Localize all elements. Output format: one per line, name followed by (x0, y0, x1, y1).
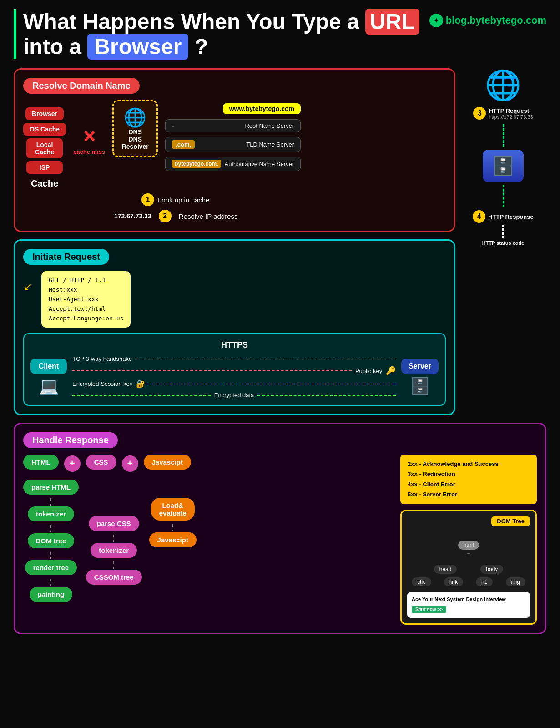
computer-icon: 💻 (39, 377, 59, 396)
cache-main-label: Cache (31, 178, 58, 189)
step2-text: Resolve IP address (179, 212, 238, 220)
conn7 (172, 524, 173, 531)
js-pipeline: Load&evaluate Javascipt (149, 498, 197, 605)
resolve-inner: Browser OS Cache LocalCache ISP Cache ✕ … (23, 100, 446, 189)
dom-img-node: img (506, 577, 525, 586)
browser-cache: Browser (25, 107, 64, 120)
tree-conn1: ⌒ (407, 552, 530, 562)
resolve-section-title: Resolve Domain Name (23, 78, 140, 94)
auth-badge: bytebytego.com. (172, 160, 221, 168)
title-section: What Happens When You Type a URL into a … (14, 9, 546, 59)
css-item: CSS (86, 455, 116, 470)
encrypted-data-line: Encrypted data (72, 392, 396, 399)
parse-html: parse HTML (23, 480, 79, 495)
conn4 (50, 579, 51, 586)
js-item: Javascipt (144, 455, 191, 470)
status-codes-box: 2xx - Acknowledge and Success 3xx - Redi… (400, 455, 537, 504)
right-server-column: 🌐 3 HTTP Request https://172.67.73.33 🗄️… (460, 68, 546, 246)
dashed-line-3 (502, 225, 504, 238)
dom-level2-row: title link h1 img (407, 576, 530, 587)
comm-lines: TCP 3-way handshake Public key 🔑 Encrypt… (72, 355, 396, 399)
step1-badge: 1 (141, 193, 154, 206)
client-area: Client 💻 (30, 359, 67, 396)
ad-title: Ace Your Next System Design Interview (412, 597, 525, 602)
step3-label: 3 HTTP Request https://172.67.73.33 (473, 107, 533, 120)
title-block: What Happens When You Type a URL into a … (14, 9, 419, 59)
ad-cta-button[interactable]: Start now >> (412, 606, 446, 613)
tcp-handshake-line: TCP 3-way handshake (72, 355, 396, 362)
client-server-row: Client 💻 TCP 3-way handshake Public key … (30, 355, 439, 399)
dom-head-node: head (434, 565, 457, 574)
dom-level1-row: head body (407, 564, 530, 575)
handle-response-section: Handle Response HTML + CSS + Javascipt (14, 423, 546, 634)
dom-body-node: body (480, 565, 503, 574)
name-servers-col: www.bytebytego.com ▪ Root Name Server .c… (165, 105, 301, 171)
server-area: Server 🗄️ (401, 359, 439, 396)
http-line-3: User-Agent:xxx (49, 295, 123, 304)
html-pipeline: parse HTML tokenizer DOM tree render tre… (23, 480, 79, 605)
dom-tree-box: DOM Tree html ⌒ head (400, 510, 537, 625)
dom-title-node: title (412, 577, 431, 586)
tokenizer-html: tokenizer (28, 506, 74, 521)
ad-box: Ace Your Next System Design Interview St… (407, 592, 530, 618)
browser-highlight: Browser (87, 34, 188, 60)
tcp-arrow (136, 359, 396, 359)
main-container: What Happens When You Type a URL into a … (0, 0, 560, 651)
step4-text: HTTP Response (488, 213, 533, 220)
conn3 (50, 552, 51, 559)
step1-row: 1 Look up in cache (141, 193, 446, 206)
plus1: + (64, 455, 81, 472)
public-key-line: Public key 🔑 (72, 366, 396, 376)
url-highlight: URL (365, 9, 419, 35)
bottom-pipelines: parse HTML tokenizer DOM tree render tre… (23, 480, 391, 605)
dns-full-label: DNSResolver (119, 136, 151, 150)
ip-text: 172.67.73.33 (114, 212, 151, 220)
step4-label: 4 HTTP Response (473, 210, 533, 223)
root-name-server: ▪ Root Name Server (165, 119, 301, 132)
os-cache: OS Cache (23, 123, 66, 136)
dom-root-row: html (407, 540, 530, 551)
initiate-inner: ↙ GET / HTTP / 1.1 Host:xxx User-Agent:x… (23, 271, 446, 328)
tcp-label: TCP 3-way handshake (72, 355, 132, 362)
dom-h1-node: h1 (476, 577, 493, 586)
step4-area: 4 HTTP Response HTTP status code (473, 210, 533, 246)
top-items-row: HTML + CSS + Javascipt (23, 455, 391, 472)
cache-miss-area: ✕ cache miss (73, 127, 105, 155)
step3-text: HTTP Request (489, 107, 533, 114)
key-icon: 🔑 (386, 366, 396, 376)
local-cache: LocalCache (26, 138, 63, 158)
plus2: + (122, 455, 138, 472)
server-box: Server (401, 359, 439, 374)
content-area: 🌐 3 HTTP Request https://172.67.73.33 🗄️… (14, 68, 546, 634)
css-pipeline: parse CSS tokenizer CSSOM tree (86, 516, 142, 605)
js-item2: Javascipt (149, 532, 197, 547)
brand-icon: ✦ (429, 14, 443, 27)
step2-badge: 2 (159, 210, 172, 222)
html-item: HTML (23, 455, 59, 470)
www-icon: 🌐 (485, 68, 521, 102)
ed-arrow-2 (257, 395, 396, 396)
http-status-label: HTTP status code (482, 240, 525, 246)
session-key-icon: 🔐 (136, 379, 145, 388)
dom-tree-title: DOM Tree (491, 516, 530, 526)
http-line-4: Accept:text/html (49, 304, 123, 314)
http-request-box: GET / HTTP / 1.1 Host:xxx User-Agent:xxx… (41, 271, 131, 328)
session-key-line: Encrypted Session key 🔐 (72, 379, 396, 388)
sk-arrow (149, 384, 396, 384)
cache-miss-text: cache miss (73, 148, 105, 155)
client-box: Client (30, 359, 67, 374)
dom-tree: DOM tree (28, 533, 75, 548)
dom-tree-visual: html ⌒ head body (407, 540, 530, 587)
dns-label: DNS (119, 128, 151, 136)
https-title: HTTPS (30, 340, 439, 350)
load-evaluate: Load&evaluate (151, 498, 195, 521)
tokenizer-css: tokenizer (91, 543, 137, 558)
cssom-tree: CSSOM tree (86, 570, 142, 585)
https-section: HTTPS Client 💻 TCP 3-way handshake (23, 333, 446, 406)
session-key-label: Encrypted Session key (72, 380, 132, 387)
http-line-5: Accept-Language:en-us (49, 314, 123, 324)
tld-name-server: .com. TLD Name Server (165, 137, 301, 152)
dom-tree-header: DOM Tree (407, 516, 530, 526)
isp-cache: ISP (26, 161, 63, 174)
tld-ns-label: TLD Name Server (246, 141, 294, 148)
